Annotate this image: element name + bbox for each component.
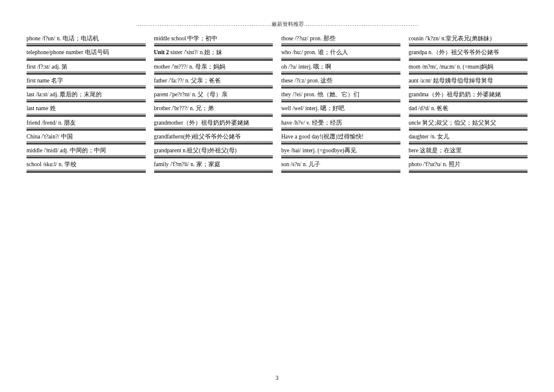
vocab-entry: uncle 舅父;叔父；伯父；姑父舅父 — [409, 119, 528, 131]
vocab-text: friend /frend/ n. 朋友 — [26, 119, 146, 128]
column-2: middle school 中学；初中Unit 2 sister /'sist?… — [154, 34, 273, 175]
vocab-text: well /wel/ interj. 嗯；好吧 — [281, 104, 400, 113]
vocab-entry: who /hu:/ pron. 谁；什么人 — [281, 48, 400, 61]
vocab-entry: grandpa n.（外）祖父爷爷外公姥爷 — [409, 48, 528, 61]
vocab-entry: they /?ei/ pron. 他（她、它）们 — [281, 90, 400, 103]
vocab-entry: middle school 中学；初中 — [154, 34, 273, 47]
vocab-text: middle school 中学；初中 — [154, 34, 273, 43]
vocab-text: China /'t?ain?/ 中国 — [26, 132, 146, 142]
vocab-entry: school /sku:l/ n. 学校 — [26, 160, 146, 173]
vocab-text: daughter /n. 女儿 — [409, 132, 528, 142]
vocab-text: phone /f?un/ n. 电话；电话机 — [26, 34, 146, 43]
vocab-entry: last /la:st/ adj. 最后的；末尾的 — [26, 90, 146, 103]
vocab-text: bye /bai/ interj. (=goodbye)再见 — [281, 146, 400, 155]
vocab-entry: well /wel/ interj. 嗯；好吧 — [281, 104, 400, 117]
vocab-entry: mom /m?m/, /ma:m/ n. (=mum)妈妈 — [409, 63, 528, 75]
column-4: cousin /'k?zn/ n.堂兄表兄(弟姊妹)grandpa n.（外）祖… — [409, 34, 528, 175]
vocab-entry: father /'fa:??/ n. 父亲；爸爸 — [154, 76, 273, 89]
vocab-text: middle /'midl/ adj. 中间的；中间 — [26, 146, 146, 155]
vocab-text: last /la:st/ adj. 最后的；末尾的 — [26, 90, 146, 99]
vocab-text: first /f?:st/ adj. 第 — [26, 63, 146, 72]
vocab-entry: middle /'midl/ adj. 中间的；中间 — [26, 146, 146, 159]
vocab-entry: bye /bai/ interj. (=goodbye)再见 — [281, 146, 400, 159]
vocab-text: brother /'br???/ n. 兄；弟 — [154, 104, 273, 113]
column-3: those /??uz/ pron. 那些who /hu:/ pron. 谁；什… — [281, 34, 400, 175]
vocab-entry: China /'t?ain?/ 中国 — [26, 132, 146, 145]
vocab-entry: son /s?n/ n. 儿子 — [281, 160, 400, 173]
vocab-text: photo /'f?ut?u/ n. 照片 — [409, 160, 528, 169]
vocab-text: have /h?v/ v. 经受；经历 — [281, 119, 400, 128]
column-1: phone /f?un/ n. 电话；电话机telephone/phone nu… — [26, 34, 146, 175]
vocab-text: uncle 舅父;叔父；伯父；姑父舅父 — [409, 119, 528, 128]
vocab-entry: have /h?v/ v. 经受；经历 — [281, 119, 400, 131]
vocab-entry: grandparent n.祖父(母)外祖父(母) — [154, 146, 273, 159]
vocab-entry: those /??uz/ pron. 那些 — [281, 34, 400, 47]
vocab-entry: Unit 2 sister /'sist?/ n.姐；妹 — [154, 48, 273, 61]
vocab-entry: grandmother（外）祖母奶奶外婆姥姥 — [154, 119, 273, 131]
vocab-entry: parent /'pe?r?nt/ n. 父（母）亲 — [154, 90, 273, 103]
vocab-text: aunt /a:nt/ 姑母姨母伯母婶母舅母 — [409, 76, 528, 86]
vocab-text: mother /'m???/ n. 母亲；妈妈 — [154, 63, 273, 72]
vocab-entry: telephone/phone number 电话号码 — [26, 48, 146, 61]
vocab-entry: last name 姓 — [26, 104, 146, 117]
vocab-entry: mother /'m???/ n. 母亲；妈妈 — [154, 63, 273, 75]
vocab-entry: family /'f?m?li/ n. 家；家庭 — [154, 160, 273, 173]
vocab-text: those /??uz/ pron. 那些 — [281, 34, 400, 43]
vocab-text: grandmother（外）祖母奶奶外婆姥姥 — [154, 119, 273, 128]
vocab-entry: friend /frend/ n. 朋友 — [26, 119, 146, 131]
vocab-text: here 这就是；在这里 — [409, 146, 528, 155]
vocab-text: they /?ei/ pron. 他（她、它）们 — [281, 90, 400, 99]
vocab-entry: brother /'br???/ n. 兄；弟 — [154, 104, 273, 117]
vocab-entry: phone /f?un/ n. 电话；电话机 — [26, 34, 146, 47]
vocab-text: Have a good day!(祝愿)过得愉快! — [281, 132, 400, 142]
vocabulary-columns: phone /f?un/ n. 电话；电话机telephone/phone nu… — [26, 34, 528, 175]
vocab-text: grandpa n.（外）祖父爷爷外公姥爷 — [409, 48, 528, 57]
vocab-entry: photo /'f?ut?u/ n. 照片 — [409, 160, 528, 173]
vocab-text: parent /'pe?r?nt/ n. 父（母）亲 — [154, 90, 273, 99]
vocab-text: cousin /'k?zn/ n.堂兄表兄(弟姊妹) — [409, 34, 528, 43]
vocab-entry: Have a good day!(祝愿)过得愉快! — [281, 132, 400, 145]
vocab-text: family /'f?m?li/ n. 家；家庭 — [154, 160, 273, 169]
vocab-text: Unit 2 sister /'sist?/ n.姐；妹 — [154, 48, 273, 57]
vocab-entry: daughter /n. 女儿 — [409, 132, 528, 145]
vocab-entry: grandfathern(外)祖父爷爷外公姥爷 — [154, 132, 273, 145]
vocab-text: mom /m?m/, /ma:m/ n. (=mum)妈妈 — [409, 63, 528, 72]
vocab-text: grandparent n.祖父(母)外祖父(母) — [154, 146, 273, 155]
vocab-text: son /s?n/ n. 儿子 — [281, 160, 400, 169]
vocab-entry: oh /?u/ interj. 哦；啊 — [281, 63, 400, 75]
vocab-text: these /?i:z/ pron. 这些 — [281, 76, 400, 86]
vocab-entry: first /f?:st/ adj. 第 — [26, 63, 146, 75]
vocab-text: school /sku:l/ n. 学校 — [26, 160, 146, 169]
vocab-entry: here 这就是；在这里 — [409, 146, 528, 159]
page-number: 3 — [0, 375, 554, 381]
vocab-text: father /'fa:??/ n. 父亲；爸爸 — [154, 76, 273, 86]
vocab-text: who /hu:/ pron. 谁；什么人 — [281, 48, 400, 57]
vocab-entry: grandma（外）祖母奶奶；外婆姥姥 — [409, 90, 528, 103]
vocab-entry: these /?i:z/ pron. 这些 — [281, 76, 400, 89]
vocab-text: first name 名字 — [26, 76, 146, 86]
vocab-entry: first name 名字 — [26, 76, 146, 89]
vocab-text: dad /d?d/ n. 爸爸 — [409, 104, 528, 113]
vocab-text: last name 姓 — [26, 104, 146, 113]
page-header: …………………………………………………………………最新资料推荐………………………… — [26, 20, 528, 28]
vocab-text: grandfathern(外)祖父爷爷外公姥爷 — [154, 132, 273, 142]
vocab-text: grandma（外）祖母奶奶；外婆姥姥 — [409, 90, 528, 99]
vocab-entry: cousin /'k?zn/ n.堂兄表兄(弟姊妹) — [409, 34, 528, 47]
vocab-text: telephone/phone number 电话号码 — [26, 48, 146, 57]
vocab-entry: aunt /a:nt/ 姑母姨母伯母婶母舅母 — [409, 76, 528, 89]
vocab-entry: dad /d?d/ n. 爸爸 — [409, 104, 528, 117]
vocab-text: oh /?u/ interj. 哦；啊 — [281, 63, 400, 72]
